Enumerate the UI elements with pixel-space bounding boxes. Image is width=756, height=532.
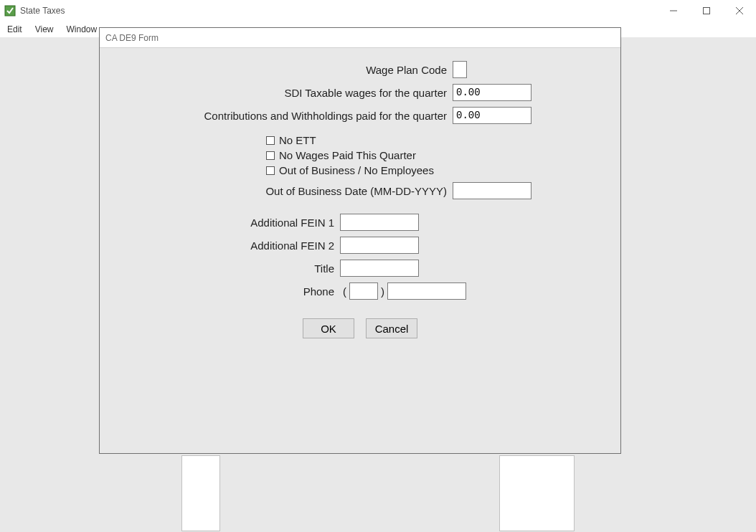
background-panel	[499, 455, 575, 531]
no-wages-checkbox[interactable]	[266, 151, 275, 160]
minimize-button[interactable]	[657, 0, 690, 22]
window-title: State Taxes	[20, 6, 65, 16]
window-controls	[657, 0, 756, 22]
cancel-button[interactable]: Cancel	[366, 318, 417, 338]
contributions-label: Contributions and Withholdings paid for …	[100, 110, 453, 122]
oob-date-input[interactable]	[453, 182, 531, 199]
close-button[interactable]	[723, 0, 756, 22]
phone-close-paren: )	[381, 285, 384, 298]
background-panel	[181, 455, 220, 531]
title-field-input[interactable]	[340, 260, 419, 277]
phone-number-input[interactable]	[387, 282, 466, 300]
out-of-business-checkbox[interactable]	[266, 166, 275, 175]
out-of-business-label: Out of Business / No Employees	[279, 164, 434, 176]
sdi-taxable-input[interactable]	[453, 84, 531, 101]
dialog-title: CA DE9 Form	[100, 28, 620, 48]
fein1-label: Additional FEIN 1	[100, 217, 340, 229]
no-ett-label: No ETT	[279, 134, 316, 146]
no-wages-label: No Wages Paid This Quarter	[279, 149, 416, 161]
fein2-input[interactable]	[340, 237, 419, 254]
svg-rect-2	[704, 8, 710, 14]
maximize-button[interactable]	[690, 0, 723, 22]
ok-button[interactable]: OK	[303, 318, 354, 338]
phone-label: Phone	[100, 285, 340, 298]
menu-view[interactable]: View	[32, 23, 61, 36]
dialog-ca-de9-form: CA DE9 Form Wage Plan Code SDI Taxable w…	[99, 27, 621, 454]
oob-date-label: Out of Business Date (MM-DD-YYYY)	[100, 185, 453, 197]
phone-open-paren: (	[343, 285, 346, 298]
wage-plan-code-label: Wage Plan Code	[100, 64, 453, 76]
title-field-label: Title	[100, 262, 340, 275]
app-icon	[4, 5, 16, 16]
workspace: CA DE9 Form Wage Plan Code SDI Taxable w…	[0, 37, 756, 532]
contributions-input[interactable]	[453, 107, 531, 124]
dialog-body: Wage Plan Code SDI Taxable wages for the…	[100, 48, 620, 338]
no-ett-checkbox[interactable]	[266, 136, 275, 145]
phone-area-input[interactable]	[349, 282, 378, 300]
wage-plan-code-input[interactable]	[453, 61, 467, 78]
menu-window[interactable]: Window	[63, 23, 104, 36]
fein2-label: Additional FEIN 2	[100, 239, 340, 252]
menu-edit[interactable]: Edit	[4, 23, 29, 36]
fein1-input[interactable]	[340, 214, 419, 231]
title-bar: State Taxes	[0, 0, 756, 22]
sdi-taxable-label: SDI Taxable wages for the quarter	[100, 87, 453, 99]
